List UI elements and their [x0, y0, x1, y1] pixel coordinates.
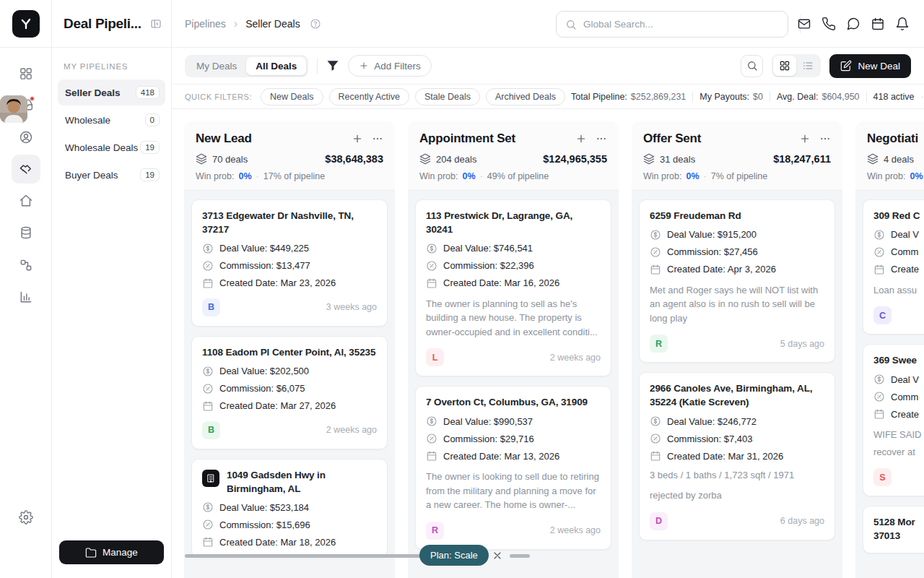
sidebar-item-wholesale[interactable]: Wholesale 0	[58, 107, 165, 133]
breadcrumb: Pipelines › Seller Deals	[185, 0, 321, 48]
commission-row: Commission: $22,396	[426, 260, 601, 272]
deal-value-row: Deal Value: $246,772	[650, 415, 824, 427]
user-avatar[interactable]	[0, 95, 27, 123]
pipelines-panel: MY PIPELINES Seller Deals 418 Wholesale …	[52, 48, 172, 578]
commission-row: Commission: $7,403	[650, 433, 824, 444]
quick-filter-recently-active[interactable]: Recently Active	[329, 88, 409, 105]
app-logo[interactable]	[12, 10, 40, 38]
created-date-row: Create	[873, 264, 924, 275]
deal-title: 369 Swee	[873, 354, 924, 368]
list-view-icon[interactable]	[796, 56, 819, 76]
sidebar-item-seller-deals[interactable]: Seller Deals 418	[58, 79, 165, 105]
deal-card[interactable]: 7 Overton Ct, Columbus, GA, 31909 Deal V…	[415, 386, 611, 549]
chat-icon[interactable]	[845, 17, 862, 31]
deal-value-row: Deal Value: $449,225	[202, 243, 377, 254]
plan-badge[interactable]: Plan: Scale	[419, 545, 489, 566]
reports-icon[interactable]	[12, 282, 40, 311]
stat-active: 418 active	[873, 92, 915, 102]
deal-note: The owner is looking to sell due to reti…	[426, 470, 601, 512]
column-header: Negotiati 4 deals Win prob:0%	[855, 121, 924, 191]
deal-card[interactable]: 309 Red C Deal V Comm Create Loan assu C	[863, 199, 924, 335]
column-menu-icon[interactable]	[596, 133, 607, 144]
new-deal-button[interactable]: New Deal	[829, 54, 911, 78]
global-search-input[interactable]	[583, 19, 779, 30]
stat-divider	[866, 91, 867, 102]
mail-icon[interactable]	[796, 17, 813, 31]
toolbar-divider	[317, 58, 318, 74]
board-search-button[interactable]	[741, 55, 763, 77]
icon-rail	[0, 48, 52, 578]
my-deals-tab[interactable]: My Deals	[187, 57, 246, 75]
column-offer-sent: Offer Sent 31 deals $18,247,611 Win prob…	[632, 121, 842, 578]
bell-icon[interactable]	[894, 17, 911, 31]
deal-card[interactable]: 1108 Eadom Pl Center Point, Al, 35235 De…	[191, 336, 388, 449]
quick-filters-bar: QUICK FILTERS: New Deals Recently Active…	[172, 85, 924, 109]
last-activity: 2 weeks ago	[326, 425, 377, 435]
deal-value-row: Deal V	[873, 229, 924, 241]
close-icon[interactable]	[492, 550, 503, 561]
grid-view-icon[interactable]	[773, 56, 796, 76]
horizontal-scrollbar[interactable]	[510, 554, 530, 558]
column-menu-icon[interactable]	[819, 133, 831, 144]
last-activity: 6 days ago	[780, 516, 824, 526]
deal-card[interactable]: 113 Prestwick Dr, Lagrange, GA, 30241 De…	[415, 199, 611, 376]
settings-gear-icon[interactable]	[12, 503, 40, 532]
quick-filter-archived-deals[interactable]: Archived Deals	[486, 88, 565, 105]
manage-button[interactable]: Manage	[59, 540, 164, 564]
add-card-icon[interactable]	[575, 133, 587, 144]
commission-row: Comm	[873, 391, 924, 402]
all-deals-tab[interactable]: All Deals	[246, 57, 306, 75]
quick-filter-stale-deals[interactable]: Stale Deals	[415, 88, 480, 105]
deal-card[interactable]: 5128 Mor 37013	[863, 506, 924, 553]
column-title: New Lead	[196, 131, 352, 146]
integrations-icon[interactable]	[12, 251, 40, 280]
assignee-chip: L	[426, 348, 444, 366]
breadcrumb-pipelines[interactable]: Pipelines	[185, 18, 226, 30]
calendar-icon[interactable]	[869, 17, 886, 31]
last-activity: 5 days ago	[780, 339, 824, 349]
sidebar-item-wholesale-deals[interactable]: Wholesale Deals 19	[58, 134, 165, 160]
sidebar-item-buyer-deals[interactable]: Buyer Deals 19	[58, 162, 165, 188]
column-value: $124,965,355	[543, 153, 607, 165]
deal-title: 1049 Gadsden Hwy in Birmingham, AL	[227, 469, 377, 496]
breadcrumb-current: Seller Deals	[245, 18, 300, 30]
deal-card[interactable]: 3713 Edgewater Dr Nashville, TN, 37217 D…	[191, 199, 388, 327]
pipeline-label: Wholesale Deals	[65, 142, 138, 153]
contacts-icon[interactable]	[12, 123, 40, 152]
column-win-prob: Win prob:0%	[867, 171, 924, 181]
notification-dot	[30, 96, 35, 101]
deal-card[interactable]: 1049 Gadsden Hwy in Birmingham, AL Deal …	[191, 459, 388, 558]
help-icon[interactable]	[310, 18, 321, 30]
board-toolbar: My Deals All Deals Add Filters New Deal	[172, 48, 924, 85]
deal-card[interactable]: 6259 Freudeman Rd Deal Value: $915,200 C…	[639, 199, 835, 363]
deal-title: 309 Red C	[873, 210, 924, 223]
deal-value-row: Deal V	[873, 374, 924, 385]
filter-funnel-icon[interactable]	[326, 59, 339, 72]
chevron-right-icon: ›	[234, 18, 237, 30]
column-header: New Lead 70 deals $38,648,383 Win prob:0…	[184, 121, 395, 191]
commission-row: Commission: $29,716	[426, 433, 601, 444]
deal-note: rejected by zorba	[650, 488, 824, 503]
commission-row: Comm	[873, 246, 924, 258]
page-title: Deal Pipeli...	[64, 16, 144, 32]
phone-icon[interactable]	[820, 17, 837, 31]
deal-card[interactable]: 369 Swee Deal V Comm Create WIFE SAID re…	[863, 344, 924, 496]
column-win-prob: Win prob:0% ·7% of pipeline	[643, 171, 831, 181]
add-filters-button[interactable]: Add Filters	[348, 55, 432, 77]
stat-divider	[770, 91, 770, 102]
home-icon[interactable]	[12, 186, 40, 215]
column-menu-icon[interactable]	[372, 133, 383, 144]
dashboard-icon[interactable]	[12, 59, 40, 88]
database-icon[interactable]	[12, 218, 40, 247]
add-card-icon[interactable]	[799, 133, 811, 144]
deal-note: Loan assu	[873, 283, 924, 298]
add-card-icon[interactable]	[352, 133, 363, 144]
quick-filter-new-deals[interactable]: New Deals	[261, 88, 323, 105]
collapse-sidebar-icon[interactable]	[150, 18, 162, 30]
last-activity: 2 weeks ago	[550, 525, 601, 535]
card-list: 113 Prestwick Dr, Lagrange, GA, 30241 De…	[408, 191, 619, 558]
handshake-icon[interactable]	[12, 155, 40, 184]
column-header: Offer Sent 31 deals $18,247,611 Win prob…	[632, 121, 842, 191]
assignee-chip: D	[650, 512, 668, 530]
deal-card[interactable]: 2966 Canoles Ave, Birmingham, AL, 35224 …	[639, 372, 835, 540]
